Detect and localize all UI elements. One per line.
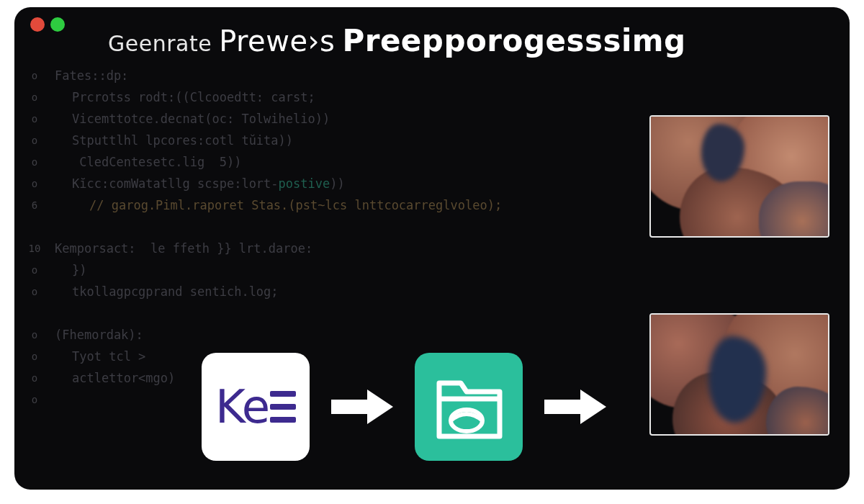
- line-number: o: [24, 389, 45, 410]
- code-line: (Fhemordak):: [55, 324, 573, 346]
- code-line: CledCentesetc.lig 5)): [55, 151, 573, 173]
- preview-image-top: [649, 115, 829, 238]
- pipeline-row: Ke: [202, 353, 608, 461]
- code-line: tkollagpcgprand sentich.log;: [55, 281, 573, 302]
- texture-image: [651, 117, 828, 236]
- line-number: o: [24, 65, 45, 86]
- line-number: o: [24, 259, 45, 281]
- line-number: 10: [24, 238, 45, 259]
- title-word-1: Geenrate: [108, 31, 212, 56]
- code-line: Kĭcc:comWatatllg scspe:lort-postive)): [55, 173, 573, 194]
- code-line: [55, 302, 573, 324]
- code-line: Prcrotss rodt:((Clcooedtt: carst;: [55, 86, 573, 108]
- folder-lens-tile: [415, 353, 523, 461]
- preview-image-bottom: [649, 313, 829, 436]
- code-line: Kemporsact: le ffeth }} lrt.daroe:: [55, 238, 573, 259]
- line-number: o: [24, 151, 45, 173]
- line-number: o: [24, 108, 45, 130]
- close-icon[interactable]: [30, 17, 45, 32]
- line-number: o: [24, 130, 45, 151]
- hamburger-icon: [270, 391, 296, 423]
- code-line: [55, 216, 573, 238]
- ke-logo-icon: Ke: [215, 380, 296, 433]
- code-line: // garog.Piml.raporet Stas.(pst~lcs lntt…: [55, 194, 573, 216]
- code-line: }): [55, 259, 573, 281]
- line-number: o: [24, 281, 45, 302]
- texture-image: [651, 315, 828, 434]
- line-number: [24, 302, 45, 324]
- code-line: Vicemttotce.decnat(oc: Tolwihelio)): [55, 108, 573, 130]
- line-number: o: [24, 86, 45, 108]
- line-number: o: [24, 173, 45, 194]
- line-number: o: [24, 346, 45, 367]
- line-number: 6: [24, 194, 45, 216]
- title-word-2: Prewe›s: [219, 24, 335, 58]
- arrow-right-icon: [543, 385, 608, 428]
- line-number-gutter: oooooo610oooooo: [24, 65, 45, 410]
- maximize-icon[interactable]: [50, 17, 65, 32]
- folder-lens-icon: [429, 367, 508, 446]
- arrow-right-icon: [330, 385, 395, 428]
- ke-logo-text: Ke: [215, 380, 269, 433]
- code-line: Fates::dp:: [55, 65, 573, 86]
- traffic-lights: [30, 17, 65, 32]
- title-word-3: Preepporogesssimg: [342, 23, 685, 58]
- ke-logo-tile: Ke: [202, 353, 310, 461]
- line-number: o: [24, 324, 45, 346]
- code-line: Stputtlhl lpcores:cotl tŭita)): [55, 130, 573, 151]
- line-number: o: [24, 367, 45, 389]
- app-window: Geenrate Prewe›s Preepporogesssimg ooooo…: [14, 7, 850, 490]
- line-number: [24, 216, 45, 238]
- window-title: Geenrate Prewe›s Preepporogesssimg: [108, 23, 686, 58]
